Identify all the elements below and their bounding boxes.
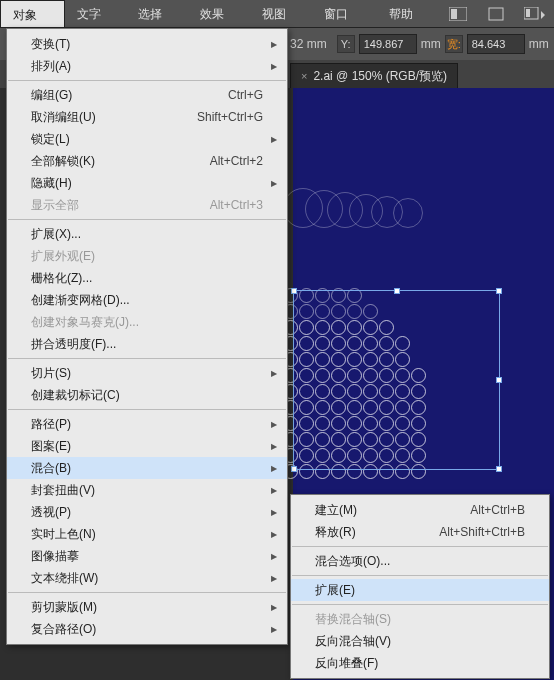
menu-livepaint[interactable]: 实时上色(N) — [7, 523, 287, 545]
unit: mm — [421, 37, 441, 51]
selection-handle[interactable] — [496, 288, 502, 294]
width-input[interactable] — [467, 34, 525, 54]
menu-window[interactable]: 窗口(W) — [312, 0, 377, 28]
menu-textwrap[interactable]: 文本绕排(W) — [7, 567, 287, 589]
menu-transform[interactable]: 变换(T) — [7, 33, 287, 55]
selection-handle[interactable] — [291, 466, 297, 472]
submenu-release[interactable]: 释放(R)Alt+Shift+Ctrl+B — [291, 521, 549, 543]
menu-arrange[interactable]: 排列(A) — [7, 55, 287, 77]
menu-group[interactable]: 编组(G)Ctrl+G — [7, 84, 287, 106]
menu-effect[interactable]: 效果(C) — [188, 0, 250, 28]
tab-title: 2.ai @ 150% (RGB/预览) — [313, 68, 447, 85]
menu-unlockall[interactable]: 全部解锁(K)Alt+Ctrl+2 — [7, 150, 287, 172]
menu-ungroup[interactable]: 取消编组(U)Shift+Ctrl+G — [7, 106, 287, 128]
field-suffix: 32 mm — [290, 37, 327, 51]
width-label: 宽: — [445, 35, 463, 53]
submenu-expand[interactable]: 扩展(E) — [291, 579, 549, 601]
menu-clipmask[interactable]: 剪切蒙版(M) — [7, 596, 287, 618]
svg-rect-2 — [489, 8, 503, 20]
menubar: 对象(O) 文字(T) 选择(S) 效果(C) 视图(V) 窗口(W) 帮助(H… — [0, 0, 554, 28]
y-input[interactable] — [359, 34, 417, 54]
submenu-replace-spine: 替换混合轴(S) — [291, 608, 549, 630]
menu-image-trace[interactable]: 图像描摹 — [7, 545, 287, 567]
menu-lock[interactable]: 锁定(L) — [7, 128, 287, 150]
y-label: Y: — [337, 35, 355, 53]
submenu-make[interactable]: 建立(M)Alt+Ctrl+B — [291, 499, 549, 521]
selection-handle[interactable] — [394, 288, 400, 294]
menu-path[interactable]: 路径(P) — [7, 413, 287, 435]
tab-close-icon[interactable]: × — [301, 70, 307, 82]
menu-rasterize[interactable]: 栅格化(Z)... — [7, 267, 287, 289]
menu-object[interactable]: 对象(O) — [0, 0, 65, 28]
menu-expand-appearance: 扩展外观(E) — [7, 245, 287, 267]
document-tab[interactable]: × 2.ai @ 150% (RGB/预览) — [290, 63, 458, 88]
menu-gradient-mesh[interactable]: 创建渐变网格(D)... — [7, 289, 287, 311]
menu-blend[interactable]: 混合(B) — [7, 457, 287, 479]
menu-showall: 显示全部Alt+Ctrl+3 — [7, 194, 287, 216]
submenu-reverse-stack[interactable]: 反向堆叠(F) — [291, 652, 549, 674]
arrange-docs-icon[interactable] — [522, 4, 548, 24]
menu-compound[interactable]: 复合路径(O) — [7, 618, 287, 640]
menu-cropmarks[interactable]: 创建裁切标记(C) — [7, 384, 287, 406]
svg-rect-4 — [526, 9, 530, 17]
blend-submenu: 建立(M)Alt+Ctrl+B 释放(R)Alt+Shift+Ctrl+B 混合… — [290, 494, 550, 679]
unit: mm — [529, 37, 549, 51]
menu-view[interactable]: 视图(V) — [250, 0, 312, 28]
menu-slice[interactable]: 切片(S) — [7, 362, 287, 384]
submenu-options[interactable]: 混合选项(O)... — [291, 550, 549, 572]
menu-select[interactable]: 选择(S) — [126, 0, 188, 28]
menu-pattern[interactable]: 图案(E) — [7, 435, 287, 457]
selection-handle[interactable] — [496, 377, 502, 383]
submenu-reverse-spine[interactable]: 反向混合轴(V) — [291, 630, 549, 652]
menu-hide[interactable]: 隐藏(H) — [7, 172, 287, 194]
menu-type[interactable]: 文字(T) — [65, 0, 126, 28]
menu-mosaic: 创建对象马赛克(J)... — [7, 311, 287, 333]
menu-perspective[interactable]: 透视(P) — [7, 501, 287, 523]
object-menu-dropdown: 变换(T) 排列(A) 编组(G)Ctrl+G 取消编组(U)Shift+Ctr… — [6, 28, 288, 645]
layout-icon[interactable] — [445, 4, 471, 24]
selection-handle[interactable] — [496, 466, 502, 472]
doc-icon[interactable] — [483, 4, 509, 24]
selection-box[interactable] — [293, 290, 500, 470]
menu-help[interactable]: 帮助(H) — [377, 0, 439, 28]
svg-rect-1 — [451, 9, 457, 19]
menu-envelope[interactable]: 封套扭曲(V) — [7, 479, 287, 501]
selection-handle[interactable] — [291, 288, 297, 294]
menu-flatten[interactable]: 拼合透明度(F)... — [7, 333, 287, 355]
menu-expand[interactable]: 扩展(X)... — [7, 223, 287, 245]
